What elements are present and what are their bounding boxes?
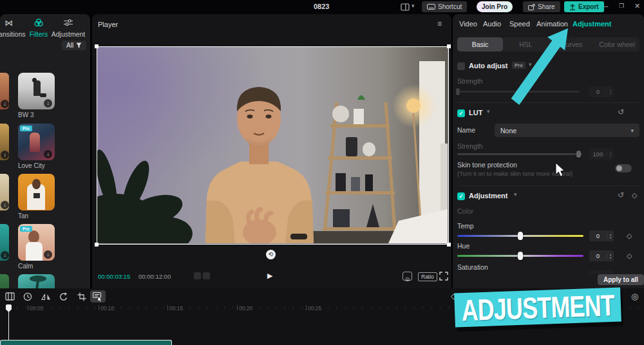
mirror-icon[interactable] (41, 292, 51, 301)
skin-tone-hint: (Turn it on to make skin tone more natur… (457, 170, 573, 177)
tab-adjustment[interactable]: Adjustment (573, 20, 612, 28)
adjustment-label: Adjustment (469, 192, 508, 200)
edit-icon[interactable] (203, 272, 210, 279)
filter-item-partial[interactable]: ↓ (0, 174, 9, 210)
storyboard-icon[interactable] (5, 292, 15, 301)
subtab-colorwheel[interactable]: Color wheel (594, 37, 639, 51)
tab-animation[interactable]: Animation (536, 20, 568, 28)
zoom-fit-icon[interactable]: ◎ (631, 292, 638, 301)
saturation-value-partial (589, 270, 614, 274)
color-group-label: Color (457, 207, 473, 215)
keyframe-icon[interactable]: ◇ (632, 191, 637, 200)
rotate-icon[interactable] (59, 292, 68, 301)
filters-panel: ⋈ Transitions Filters Adjustment All ↓ ↓… (0, 14, 90, 290)
filter-item-partial[interactable]: ↓ (0, 124, 9, 160)
tab-speed[interactable]: Speed (509, 20, 530, 28)
apply-to-all-button[interactable]: Apply to all (598, 274, 644, 285)
collapse-caret-icon[interactable]: ▾ (529, 61, 532, 68)
lut-strength-slider[interactable] (457, 153, 582, 155)
export-button[interactable]: Export (564, 1, 604, 12)
filter-item-partial-bottom[interactable] (18, 274, 55, 290)
filter-item-bw3[interactable]: ↓ (18, 73, 55, 109)
filter-name: BW 3 (18, 111, 33, 118)
layout-caret-icon[interactable]: ▾ (412, 3, 415, 9)
subtab-curves[interactable]: Curves (549, 37, 594, 51)
auto-adjust-checkbox[interactable] (457, 62, 465, 70)
collapse-caret-icon[interactable]: ▾ (514, 191, 517, 198)
auto-strength-slider[interactable] (457, 91, 580, 93)
share-button[interactable]: Share (523, 1, 560, 12)
resize-handle[interactable] (95, 243, 99, 247)
timeline: ◇ ◎ 00:05 00:10 00:15 00:20 00:25 ADJUST… (0, 288, 644, 345)
video-clip[interactable] (0, 340, 172, 345)
temp-keyframe-icon[interactable]: ◇ (627, 232, 632, 240)
resize-handle[interactable] (95, 44, 99, 48)
resize-handle[interactable] (447, 44, 451, 48)
temp-slider[interactable] (457, 235, 583, 237)
lut-reset-icon[interactable]: ↺ (618, 107, 624, 117)
tab-video[interactable]: Video (459, 20, 477, 28)
layout-icon[interactable] (401, 3, 410, 11)
pro-badge: Pro (20, 126, 32, 131)
video-frame[interactable] (97, 46, 449, 245)
minimize-icon[interactable]: – (604, 2, 608, 10)
ruler-tick: 00:25 (306, 305, 321, 312)
project-title: 0823 (314, 3, 329, 10)
fullscreen-icon[interactable] (439, 272, 448, 281)
join-pro-button[interactable]: Join Pro (477, 1, 513, 12)
tab-audio[interactable]: Audio (483, 20, 501, 28)
hue-slider[interactable] (457, 255, 583, 257)
close-icon[interactable]: ✕ (634, 2, 640, 10)
divider (458, 102, 639, 103)
filter-item-tan[interactable] (18, 174, 55, 210)
download-icon[interactable]: ↓ (44, 150, 52, 158)
filter-item-calm[interactable]: Pro ↓ (18, 224, 55, 261)
smart-tool-button[interactable] (90, 290, 106, 303)
lut-checkbox[interactable]: ✓ (457, 109, 465, 117)
filter-name: Tan (18, 212, 28, 219)
subtab-hsl[interactable]: HSL (503, 37, 549, 51)
crop-icon[interactable] (77, 292, 86, 301)
ruler-tick: 00:15 (167, 305, 183, 312)
lut-name-label: Name (457, 126, 475, 134)
tab-adjustment-left[interactable]: Adjustment (48, 18, 89, 38)
auto-strength-label: Strength (457, 77, 483, 85)
adjustment-reset-icon[interactable]: ↺ (618, 191, 624, 200)
adjustment-checkbox[interactable]: ✓ (457, 192, 465, 200)
collapse-caret-icon[interactable]: ▾ (487, 108, 490, 115)
filter-item-partial[interactable]: ↓ (0, 73, 9, 109)
lut-strength-label: Strength (457, 142, 483, 150)
skin-tone-toggle[interactable] (615, 164, 632, 172)
rotate-handle-icon[interactable]: ⟲ (266, 250, 276, 259)
lut-name-dropdown[interactable]: None ▾ (495, 124, 639, 137)
snapshot-icon[interactable]: ⊙ (402, 272, 412, 281)
play-button[interactable]: ▶ (267, 272, 272, 280)
download-icon[interactable]: ↓ (44, 99, 52, 107)
ratio-button[interactable]: Ratio (418, 272, 437, 281)
filter-name: Love City (18, 162, 45, 169)
download-icon[interactable]: ↓ (1, 151, 9, 159)
filter-item-partial[interactable]: ↓ (0, 224, 9, 261)
download-icon[interactable]: ↓ (44, 250, 52, 259)
filter-item-partial[interactable] (0, 274, 9, 290)
subtab-basic[interactable]: Basic (457, 37, 503, 51)
auto-strength-value[interactable]: 0 ▴▾ (589, 86, 614, 97)
lut-label: LUT (469, 109, 482, 117)
download-icon[interactable]: ↓ (1, 251, 9, 259)
hue-keyframe-icon[interactable]: ◇ (627, 252, 632, 260)
ruler-tick: 00:20 (237, 305, 252, 312)
player-menu-icon[interactable]: ≡ (437, 19, 442, 28)
download-icon[interactable]: ↓ (1, 201, 9, 209)
filter-item-love-city[interactable]: Pro ↓ (18, 124, 55, 160)
download-icon[interactable]: ↓ (1, 100, 9, 108)
filter-scope-dropdown[interactable]: All (62, 41, 86, 50)
lut-strength-value[interactable]: 100 ▴▾ (589, 149, 614, 160)
hue-value[interactable]: 0 ▴▾ (589, 250, 614, 261)
shortcut-button[interactable]: Shortcut (422, 1, 467, 12)
resize-handle[interactable] (447, 243, 451, 247)
temp-value[interactable]: 0 ▴▾ (589, 230, 614, 241)
edit-icon[interactable] (194, 272, 201, 279)
maximize-icon[interactable]: ❐ (619, 3, 624, 9)
speed-icon[interactable] (23, 292, 32, 301)
caption-tool-icon (93, 292, 103, 302)
